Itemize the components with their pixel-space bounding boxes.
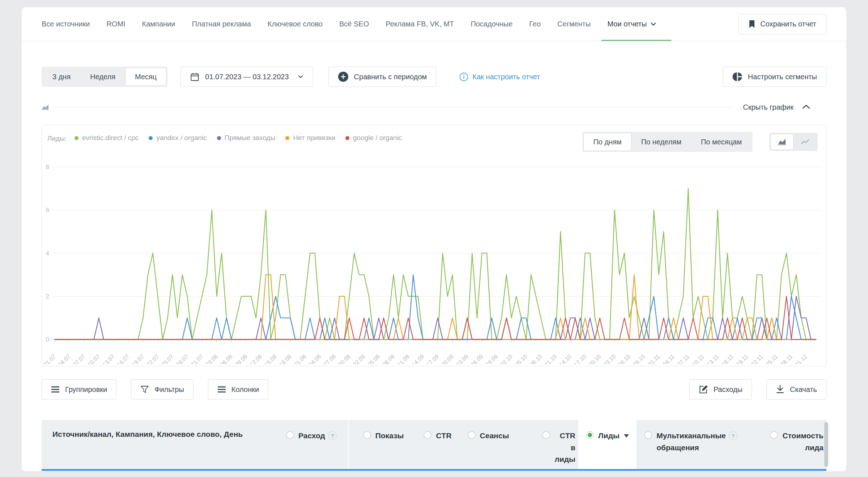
report-toolbar: 3 дняНеделяМесяц 01.07.2023 — 03.12.2023… (42, 67, 826, 87)
nav-tab-label: Сегменты (557, 20, 591, 28)
help-icon[interactable]: ? (328, 431, 337, 440)
columns-label: Колонки (231, 385, 259, 394)
nav-tab-label: Все источники (42, 20, 90, 28)
edit-square-icon (699, 385, 708, 394)
line-chart-type-button[interactable] (793, 134, 817, 150)
legend-color-dot (345, 136, 349, 140)
download-button[interactable]: Скачать (766, 379, 826, 400)
date-range-picker[interactable]: 01.07.2023 — 03.12.2023 (180, 67, 313, 87)
filters-button[interactable]: Фильтры (131, 379, 193, 400)
legend-item-label: Нет привязки (293, 134, 335, 142)
nav-tab[interactable]: Реклама FB, VK, MT (386, 7, 454, 41)
legend-color-dot (149, 136, 153, 140)
legend-item-label: evristic.direct / cpc (82, 134, 139, 142)
metric-label: CTRвлиды (554, 430, 575, 465)
metric-label-text: лида (805, 442, 824, 454)
dimension-column-header[interactable]: Источник/канал, Кампания, Ключевое слово… (42, 420, 275, 469)
legend-item[interactable]: yandex / organic (149, 134, 207, 142)
metric-label-line: Показы (375, 430, 404, 442)
expenses-button[interactable]: Расходы (689, 379, 752, 400)
legend-item-label: Прямые заходы (225, 134, 275, 142)
metric-radio[interactable] (644, 431, 652, 439)
compare-period-label: Сравнить с периодом (354, 73, 427, 81)
download-label: Скачать (790, 385, 817, 394)
chevron-up-icon[interactable] (801, 104, 811, 111)
x-tick-label: 10.07 (86, 353, 101, 364)
x-tick-label: 03.08 (204, 353, 219, 364)
groupings-label: Группировки (65, 385, 107, 394)
metric-label-line: CTR (436, 430, 451, 442)
table-vertical-scrollbar[interactable] (824, 422, 828, 467)
metric-dropdown-arrow[interactable] (624, 434, 629, 438)
metric-radio[interactable] (586, 431, 594, 439)
metric-column-header[interactable]: Расход? (275, 420, 349, 469)
metric-radio[interactable] (424, 431, 431, 439)
help-icon[interactable]: ? (729, 431, 737, 440)
metric-column-header[interactable]: CTR (418, 420, 458, 469)
nav-tab[interactable]: Ключевое слово (268, 7, 323, 41)
x-tick-label: 01.07 (42, 353, 57, 364)
area-chart-mini-icon[interactable] (42, 104, 49, 110)
nav-tab[interactable]: Мои отчеты (607, 7, 657, 41)
granularity-option[interactable]: По дням (583, 133, 631, 151)
nav-tab[interactable]: Сегменты (557, 7, 591, 41)
metric-column-header[interactable]: CTRвлиды (519, 420, 578, 469)
nav-divider (22, 41, 846, 41)
nav-tab[interactable]: Посадочные (471, 7, 512, 41)
compare-period-button[interactable]: Сравнить с периодом (328, 67, 437, 87)
granularity-option[interactable]: По неделям (631, 133, 691, 151)
calendar-icon (190, 72, 200, 82)
metric-radio[interactable] (542, 431, 550, 439)
nav-tab-label: Платная реклама (192, 20, 251, 28)
metric-label: Показы (375, 430, 404, 442)
metric-label-line: в (554, 442, 575, 454)
metric-column-header[interactable]: Сеансы (458, 420, 519, 469)
nav-tab[interactable]: Все источники (42, 7, 90, 41)
columns-button[interactable]: Колонки (208, 379, 268, 400)
groupings-button[interactable]: Группировки (42, 379, 116, 400)
period-option[interactable]: Месяц (125, 68, 166, 86)
how-to-configure-link[interactable]: Как настроить отчет (459, 72, 540, 81)
metric-radio[interactable] (363, 431, 371, 439)
leads-line-chart[interactable]: 0246801.0704.0707.0710.0713.0716.0719.07… (42, 160, 827, 364)
legend-item[interactable]: google / organic (345, 134, 402, 142)
info-circle-icon (459, 72, 468, 81)
metric-column-header[interactable]: Мультиканальные?обращения (637, 420, 745, 469)
x-tick-label: 08.09 (381, 353, 396, 364)
y-tick-label: 8 (46, 164, 49, 170)
configure-segments-button[interactable]: Настроить сегменты (723, 67, 826, 87)
metric-radio[interactable] (468, 431, 476, 439)
metric-radio[interactable] (770, 431, 778, 439)
table-horizontal-scrollbar[interactable] (42, 469, 826, 471)
series-line (55, 189, 816, 339)
x-tick-label: 15.08 (263, 353, 278, 364)
metric-label-line: Стоимость (782, 430, 824, 442)
filters-label: Фильтры (154, 385, 184, 394)
x-tick-label: 09.08 (234, 353, 248, 364)
area-chart-type-button[interactable] (770, 134, 793, 150)
metric-column-header[interactable]: Лиды (578, 420, 637, 469)
legend-item-label: yandex / organic (156, 134, 207, 142)
nav-tab[interactable]: Гео (529, 7, 541, 41)
period-option[interactable]: 3 дня (43, 68, 80, 86)
metric-column-header[interactable]: Показы (349, 420, 418, 469)
nav-tab[interactable]: Всё SEO (339, 7, 369, 41)
nav-tab[interactable]: Платная реклама (192, 7, 251, 41)
download-icon (776, 385, 784, 394)
x-tick-label: 22.11 (750, 353, 764, 364)
legend-item[interactable]: Нет привязки (285, 134, 335, 142)
granularity-option[interactable]: По месяцам (691, 133, 752, 151)
period-option[interactable]: Неделя (80, 68, 125, 86)
nav-tab[interactable]: Кампании (142, 7, 175, 41)
metric-column-header[interactable]: Стоимостьлида (745, 420, 826, 469)
x-tick-label: 20.10 (587, 353, 602, 364)
x-tick-label: 28.11 (779, 353, 794, 364)
nav-tab-label: Кампании (142, 20, 175, 28)
hide-graph-label[interactable]: Скрыть график (743, 103, 793, 111)
legend-item[interactable]: evristic.direct / cpc (75, 134, 139, 142)
legend-item[interactable]: Прямые заходы (217, 134, 275, 142)
chevron-down-icon (297, 73, 304, 80)
metric-radio[interactable] (286, 431, 294, 439)
nav-tab[interactable]: ROMI (106, 7, 125, 41)
save-report-button[interactable]: Сохранить отчет (739, 14, 826, 34)
